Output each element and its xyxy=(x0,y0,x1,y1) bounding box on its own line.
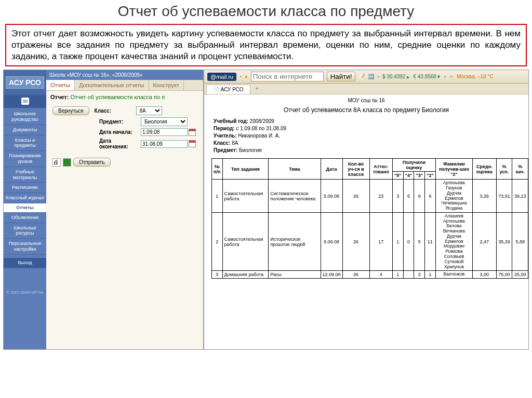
col-topic: Тема xyxy=(269,159,321,180)
slide-title: Отчет об успеваемости класса по предмету xyxy=(0,0,532,22)
logo-text: АСУ РСО xyxy=(6,76,44,89)
subject-select[interactable]: Биология xyxy=(141,117,188,126)
report-name: Отчет об успеваемости класса по п xyxy=(70,94,165,100)
school-bar: Школа «МОУ сош № 16», «2008/2009» xyxy=(46,70,203,80)
col-num: № п/п xyxy=(212,159,223,180)
col-succ: % усп. xyxy=(496,159,512,180)
calendar-icon[interactable] xyxy=(189,129,196,136)
form-area: Школа «МОУ сош № 16», «2008/2009» Отчеты… xyxy=(46,70,203,349)
doc-title: Отчет об успеваемости 8А класса по предм… xyxy=(204,104,528,118)
col-g3: "3" xyxy=(414,172,425,180)
tabs: ОтчетыДополнительные отчетыКонструкт xyxy=(46,80,203,91)
table-row: 1Самостоятельная работаСистематическое п… xyxy=(212,180,528,213)
sidebar-item[interactable]: Выход xyxy=(4,258,46,268)
col-g4: "4" xyxy=(403,172,414,180)
table-row: 2Самостоятельная работаИсторическое прош… xyxy=(212,212,528,270)
left-panel: АСУ РСО ✉ Школьное руководствоДокументыК… xyxy=(3,70,204,350)
app-container: АСУ РСО ✉ Школьное руководствоДокументыК… xyxy=(3,70,529,350)
mailru-logo: @mail.ru xyxy=(207,73,236,81)
start-date-label: Дата начала: xyxy=(99,129,141,135)
sidebar-item[interactable]: Классный журнал xyxy=(4,193,46,203)
browser-tabs: 📄 АСУ РСО + xyxy=(204,84,528,94)
sidebar: АСУ РСО ✉ Школьное руководствоДокументыК… xyxy=(4,70,46,349)
tab[interactable]: Дополнительные отчеты xyxy=(75,80,149,90)
send-button[interactable]: Отправить xyxy=(73,158,111,167)
tab[interactable]: Конструкт xyxy=(149,80,184,90)
right-panel: @mail.ru • ● Найти! 📝 🔤 • $ 30.4392▲ € 4… xyxy=(204,70,529,350)
col-names: Фамилии получив-ших "2" xyxy=(435,159,472,180)
col-att: Аттес-товано xyxy=(369,159,392,180)
edit-icon[interactable]: 📝 xyxy=(358,74,365,80)
weather: Москва, –18 °C xyxy=(457,74,493,79)
mail-icon[interactable]: ✉ xyxy=(4,95,46,108)
print-icon[interactable]: 🖨 xyxy=(52,158,61,167)
form-grid: Вернуться Класс: 8А Предмет: Биология Да… xyxy=(46,103,203,155)
start-date-input[interactable] xyxy=(141,128,188,136)
sidebar-item[interactable]: Классы и предметы xyxy=(4,135,46,152)
col-avg: Средн. оценка xyxy=(473,159,496,180)
browser-tab[interactable]: 📄 АСУ РСО xyxy=(206,85,250,94)
eur-rate: € 43.8568▼ xyxy=(413,74,441,79)
find-button[interactable]: Найти! xyxy=(327,72,356,81)
col-qual: % кач. xyxy=(512,159,528,180)
copyright: © 2007-2009 ИРТех xyxy=(4,289,46,296)
doc-school: МОУ сош № 16 xyxy=(204,94,528,104)
sidebar-item[interactable]: Школьные ресурсы xyxy=(4,223,46,239)
col-g5: "5" xyxy=(393,172,404,180)
sidebar-item[interactable]: Учебные материалы xyxy=(4,167,46,183)
sidebar-item[interactable]: Планирование уроков xyxy=(4,151,46,167)
class-label: Класс: xyxy=(95,108,136,114)
col-g2: "2" xyxy=(425,172,436,180)
col-count: Кол-во уч-ся в классе xyxy=(342,159,369,180)
translate-icon[interactable]: 🔤 xyxy=(368,74,374,80)
browser-toolbar: @mail.ru • ● Найти! 📝 🔤 • $ 30.4392▲ € 4… xyxy=(204,70,528,84)
back-button[interactable]: Вернуться xyxy=(52,106,89,115)
sidebar-item[interactable]: Объявления xyxy=(4,213,46,223)
sidebar-item[interactable]: Расписание xyxy=(4,183,46,193)
report-label-row: Отчет: Отчет об успеваемости класса по п xyxy=(46,91,203,103)
sidebar-item[interactable]: Отчеты xyxy=(4,203,46,213)
doc-meta: Учебный год: 2008/2009 Период: с 1.09.08… xyxy=(204,118,528,158)
sidebar-item[interactable]: Документы xyxy=(4,125,46,135)
logo: АСУ РСО xyxy=(4,70,46,95)
col-type: Тип задания xyxy=(222,159,269,180)
end-date-label: Дата окончания: xyxy=(99,138,141,149)
sidebar-item[interactable]: Школьное руководство xyxy=(4,109,46,125)
end-date-input[interactable] xyxy=(141,140,188,148)
tab[interactable]: Отчеты xyxy=(46,80,75,90)
usd-rate: $ 30.4392▲ xyxy=(382,74,410,79)
col-grades: Получили оценку xyxy=(393,159,436,172)
new-tab-button[interactable]: + xyxy=(250,84,264,94)
description-box: Этот отчет дает возможность увидеть карт… xyxy=(5,24,527,66)
report-label: Отчет: xyxy=(50,94,69,100)
report-table: № п/п Тип задания Тема Дата Кол-во уч-ся… xyxy=(211,158,528,279)
calendar-icon[interactable] xyxy=(189,140,196,147)
col-date: Дата xyxy=(321,159,342,180)
table-row: 3Домашняя работаРасы12.09.08264121Вахтен… xyxy=(212,271,528,279)
excel-icon[interactable] xyxy=(63,158,71,167)
toolbar: 🖨 Отправить xyxy=(46,155,203,170)
sidebar-item[interactable]: Персональные настройки xyxy=(4,239,46,255)
search-input[interactable] xyxy=(251,72,324,81)
class-select[interactable]: 8А xyxy=(136,106,162,115)
subject-label: Предмет: xyxy=(99,119,141,125)
